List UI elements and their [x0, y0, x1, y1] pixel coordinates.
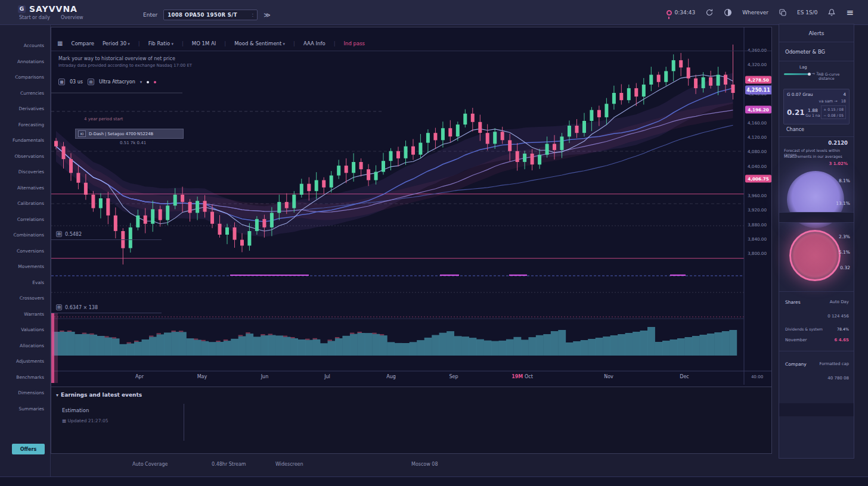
shares-row1: 0 124 456 [827, 314, 849, 319]
toolbar-item[interactable]: Compare [71, 40, 94, 46]
shares-row2-value: 78.4% [837, 327, 849, 331]
footer-link[interactable]: Moscow 08 [411, 462, 438, 467]
svg-text:Dec: Dec [680, 374, 689, 379]
offers-button[interactable]: Offers [12, 444, 45, 454]
sidebar-item[interactable]: Discoveries [0, 164, 50, 180]
sidebar-item[interactable]: Allocations [0, 338, 50, 354]
sidebar-item[interactable]: Evals [0, 275, 50, 291]
svg-text:4,040.00: 4,040.00 [748, 164, 767, 169]
events-panel: ▾Earnings and latest events Estimation ▦… [51, 387, 771, 453]
left-sidebar: AccountsAnnotationsComparisonsCurrencies… [0, 25, 51, 478]
app-logo[interactable]: SAYVVNA [29, 4, 78, 14]
nav-link-overview[interactable]: Overview [61, 15, 83, 20]
sidebar-item[interactable]: Observations [0, 149, 50, 165]
chart-toolbar-items: ComparePeriod 30 ▾|Fib Ratio ▾|MO 1M AI|… [71, 40, 365, 46]
lag-value: → 3 [811, 71, 819, 76]
timeframe-icon[interactable]: ▦ [58, 79, 65, 85]
panel-dark-bar [779, 403, 854, 416]
toolbar-item[interactable]: Ind pass [344, 40, 365, 46]
sidebar-item[interactable]: Combinations [0, 228, 50, 244]
card-header: G 0.07 Grau [787, 92, 813, 97]
svg-text:Apr: Apr [135, 374, 144, 379]
logo-group: G SAYVVNA Start or daily Overview [18, 4, 83, 20]
sidebar-item[interactable]: Warrants [0, 307, 50, 323]
svg-text:4,320.00: 4,320.00 [748, 62, 767, 67]
sidebar-item[interactable]: Valuations [0, 322, 50, 338]
svg-text:3,800.00: 3,800.00 [748, 251, 767, 256]
toolbar-item[interactable]: Fib Ratio ▾ [148, 40, 173, 46]
card-side-box: + 0.15 / 08 − 0.08 / 05 [821, 105, 846, 119]
toolbar-item[interactable]: MO 1M AI [192, 40, 216, 46]
sidebar-item[interactable]: Benchmarks [0, 370, 50, 386]
svg-text:4,160.00: 4,160.00 [748, 120, 767, 126]
symbol-label: Enter [143, 12, 157, 18]
sidebar-item[interactable]: Comparisons [0, 70, 50, 86]
sidebar-item[interactable]: Conversions [0, 244, 50, 260]
sidebar-item[interactable]: Derivatives [0, 101, 50, 117]
refresh-icon[interactable] [705, 8, 714, 17]
ratio-indicator: ES 1S/0 [797, 10, 817, 15]
toolbar-separator: | [224, 40, 226, 46]
sidebar-item[interactable]: Summaries [0, 401, 50, 418]
company-row1: 40 780 08 [827, 376, 849, 381]
pink-gauge[interactable] [789, 230, 841, 281]
footer-link[interactable]: Auto Coverage [132, 462, 168, 467]
sidebar-item[interactable]: Crossovers [0, 291, 50, 307]
nav-link-start[interactable]: Start or daily [19, 15, 50, 20]
toolbar-item[interactable]: Mood & Sentiment ▾ [234, 40, 285, 46]
sidebar-item[interactable]: Calibrations [0, 196, 50, 212]
footer: Auto Coverage0.48hr StreamWidescreenMosc… [0, 462, 775, 473]
svg-text:3,880.00: 3,880.00 [748, 222, 767, 228]
legend-caret-icon[interactable]: ▾ [140, 80, 142, 85]
menu-icon[interactable]: ≡ [846, 7, 854, 18]
sidebar-item[interactable]: Forecasting [0, 117, 50, 133]
events-header[interactable]: ▾Earnings and latest events [56, 392, 142, 398]
right-panel-section-header[interactable]: Odometer & BG [779, 42, 854, 61]
svg-text:4,120.00: 4,120.00 [748, 135, 767, 140]
lag-legend: Lag → 3 AB G-curve distance [779, 61, 854, 88]
panel-divider [779, 136, 854, 137]
account-name[interactable]: Wherever [742, 10, 768, 15]
symbol-dropdown-icon[interactable]: : [252, 13, 253, 18]
card-mid: 1.88 Gu 1 na [805, 108, 820, 117]
svg-text:Nov: Nov [604, 374, 613, 379]
footer-link[interactable]: 0.48hr Stream [212, 462, 246, 467]
indicator-pane1-label[interactable]: ▤ 0.5482 [56, 231, 82, 237]
sidebar-item[interactable]: Annotations [0, 54, 50, 70]
toolbar-item[interactable]: Period 30 ▾ [103, 40, 130, 46]
timeframe-value[interactable]: 03 us [70, 79, 83, 85]
chevron-double-icon[interactable]: ≫ [264, 11, 271, 19]
sidebar-item[interactable]: Dimensions [0, 385, 50, 401]
indicator-pane2-label[interactable]: ▤ 0.6347 × 138 [56, 304, 98, 310]
right-panel: Alerts Odometer & BG Lag → 3 AB G-curve … [779, 24, 854, 459]
chevron-down-icon: ▾ [281, 42, 285, 46]
company-header: Company [785, 362, 807, 367]
sidebar-item[interactable]: Alternatives [0, 180, 50, 197]
bell-icon[interactable] [827, 8, 836, 17]
sidebar-item[interactable]: Accounts [0, 38, 50, 54]
price-chart[interactable]: 3,800.003,840.003,880.003,920.003,960.00… [51, 27, 771, 385]
study-icon[interactable]: ▤ [88, 79, 94, 85]
toolbar-separator: | [138, 40, 140, 46]
calendar-icon: ▦ [62, 418, 66, 423]
footer-link[interactable]: Widescreen [275, 462, 303, 467]
sidebar-item[interactable]: Currencies [0, 86, 50, 102]
sidebar-item[interactable]: Adjustments [0, 354, 50, 370]
panel-divider [779, 351, 854, 351]
svg-text:4,006.75: 4,006.75 [748, 176, 768, 182]
sidebar-item[interactable]: Fundamentals [0, 133, 50, 149]
collapse-caret-icon[interactable]: ▾ [56, 392, 58, 398]
study-value[interactable]: Ultra Attacryon [99, 79, 135, 85]
copy-icon[interactable] [779, 8, 787, 17]
events-estimation-label: Estimation [62, 407, 89, 413]
svg-text:May: May [197, 374, 207, 379]
toolbar-item[interactable]: AAA Info [303, 40, 326, 46]
card-big-value: 0.21 [787, 108, 805, 117]
chart-info-line2: Intraday data provided according to exch… [58, 63, 192, 68]
sidebar-item[interactable]: Movements [0, 259, 50, 275]
contrast-icon[interactable] [724, 8, 732, 17]
svg-text:Jul: Jul [324, 374, 330, 379]
sidebar-item[interactable]: Correlations [0, 212, 50, 228]
indicator2-value: 0.6347 × 138 [65, 305, 98, 310]
symbol-search-input[interactable]: 1008 OPA50 1950R S/T : [163, 10, 258, 20]
